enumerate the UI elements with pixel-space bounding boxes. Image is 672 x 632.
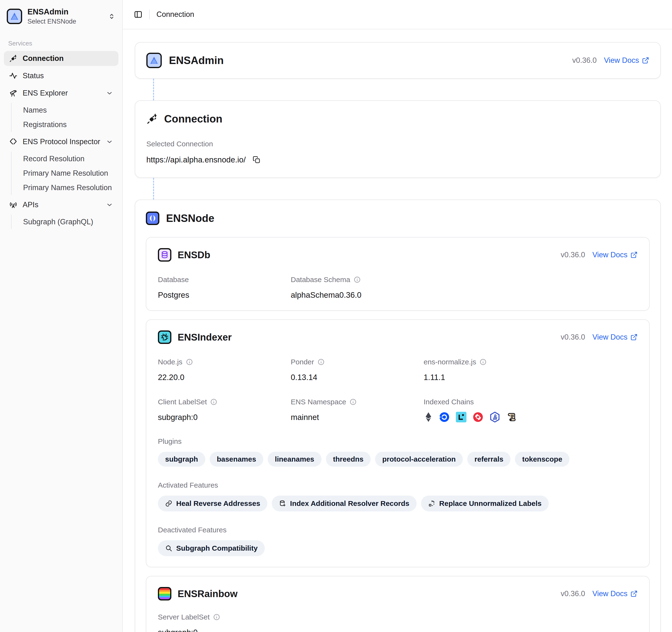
external-link-icon [642, 57, 649, 64]
content: ENSAdmin v0.36.0 View Docs [123, 29, 672, 632]
selected-connection-label: Selected Connection [146, 140, 649, 148]
sidebar-section-label: Services [8, 40, 118, 47]
plugin-badge: referrals [467, 452, 510, 467]
field-value: Postgres [158, 291, 291, 300]
ensnode-logo-icon [146, 212, 159, 225]
view-docs-label: View Docs [592, 333, 627, 341]
sidebar-item-label: Subgraph (GraphQL) [23, 218, 93, 226]
ensnode-card-title: ENSNode [166, 212, 214, 224]
ensnode-selector[interactable]: ENSAdmin Select ENSNode [4, 5, 118, 27]
field-database-schema: Database Schema alphaSchema0.36.0 [291, 275, 424, 300]
sidebar-item-label: ENS Protocol Inspector [23, 138, 101, 146]
antenna-icon [9, 201, 17, 209]
info-icon[interactable] [350, 398, 357, 406]
chevron-down-icon [106, 90, 113, 97]
sidebar-item-primary-names-resolution[interactable]: Primary Names Resolution [20, 180, 118, 195]
field-nodejs: Node.js 22.20.0 [158, 358, 291, 382]
dashed-connector [153, 79, 154, 100]
ensadmin-view-docs-link[interactable]: View Docs [604, 56, 649, 65]
breadcrumb: Connection [157, 10, 194, 19]
ensadmin-card: ENSAdmin v0.36.0 View Docs [135, 42, 661, 79]
connection-card-title: Connection [164, 113, 222, 125]
copy-icon[interactable] [253, 156, 261, 164]
ensadmin-logo-icon [146, 53, 162, 68]
sidebar-item-registrations[interactable]: Registrations [20, 118, 118, 132]
external-link-icon [630, 590, 638, 597]
optimism-icon [472, 411, 484, 423]
field-label: Server LabelSet [158, 613, 210, 621]
field-value: alphaSchema0.36.0 [291, 291, 424, 300]
field-value: subgraph:0 [158, 628, 291, 632]
database-plus-icon [279, 500, 286, 507]
sidebar-item-ens-protocol-inspector[interactable]: ENS Protocol Inspector [4, 134, 118, 149]
external-link-icon [630, 251, 638, 259]
feature-label: Index Additional Resolver Records [290, 500, 409, 508]
sidebar-item-ens-explorer[interactable]: ENS Explorer [4, 86, 118, 101]
sidebar-item-label: Status [23, 71, 44, 80]
field-value: 1.11.1 [424, 373, 556, 382]
linea-icon [455, 411, 467, 423]
ensrainbow-version: v0.36.0 [560, 589, 585, 598]
ensnode-card: ENSNode [135, 199, 661, 632]
sidebar-item-label: Connection [23, 54, 64, 63]
sidebar-item-label: APIs [23, 200, 101, 209]
chevrons-up-down-icon [108, 13, 116, 20]
feature-label: Replace Unnormalized Labels [439, 500, 542, 508]
chevron-down-icon [106, 138, 113, 145]
deactivated-features-section: Deactivated Features [158, 526, 638, 556]
info-icon[interactable] [317, 358, 325, 366]
field-server-labelset: Server LabelSet subgraph:0 [158, 613, 291, 632]
indexed-chains-row [424, 411, 556, 423]
sidebar-item-label: Registrations [23, 120, 67, 129]
plugin-badge: threedns [326, 452, 371, 467]
field-label: Database [158, 275, 291, 284]
plugins-section: Plugins subgraph basenames lineanames th… [158, 437, 638, 467]
info-icon[interactable] [354, 276, 361, 283]
view-docs-label: View Docs [604, 56, 639, 65]
sidebar-item-status[interactable]: Status [4, 68, 118, 83]
sidebar-item-apis[interactable]: APIs [4, 197, 118, 212]
sidebar-subgroup-protocol-inspector: Record Resolution Primary Name Resolutio… [11, 152, 118, 195]
ensrainbow-view-docs-link[interactable]: View Docs [592, 589, 638, 598]
replace-icon [428, 500, 435, 507]
topbar-divider [149, 9, 150, 19]
unplug-icon [146, 113, 158, 125]
info-icon[interactable] [210, 398, 217, 406]
ensdb-version: v0.36.0 [560, 250, 585, 259]
sidebar-item-record-resolution[interactable]: Record Resolution [20, 152, 118, 166]
diamond-brackets-icon [9, 138, 17, 146]
ensdb-card: ENSDb v0.36.0 View Docs [146, 237, 650, 311]
deactivated-features-label: Deactivated Features [158, 526, 638, 534]
sidebar-item-subgraph-graphql[interactable]: Subgraph (GraphQL) [20, 215, 118, 229]
search-code-icon [165, 545, 172, 552]
ensrainbow-title: ENSRainbow [177, 588, 238, 599]
ensdb-logo-icon [158, 248, 171, 262]
info-icon[interactable] [186, 358, 193, 366]
ensindexer-card: ENSIndexer v0.36.0 View Docs [146, 319, 650, 567]
sidebar-item-names[interactable]: Names [20, 103, 118, 118]
dashed-connector [153, 178, 154, 199]
sidebar-item-primary-name-resolution[interactable]: Primary Name Resolution [20, 166, 118, 180]
sidebar-toggle-button[interactable] [134, 10, 143, 19]
app-subtitle: Select ENSNode [27, 18, 108, 25]
ensdb-view-docs-link[interactable]: View Docs [592, 250, 638, 259]
telescope-icon [9, 89, 17, 97]
field-label: Database Schema [291, 275, 350, 284]
sidebar-item-connection[interactable]: Connection [4, 51, 118, 66]
topbar: Connection [123, 0, 672, 29]
field-value: 0.13.14 [291, 373, 424, 382]
ensindexer-view-docs-link[interactable]: View Docs [592, 333, 638, 341]
sidebar-item-label: Names [23, 106, 47, 115]
unplug-icon [9, 54, 17, 63]
plugins-label: Plugins [158, 437, 638, 445]
feature-badge: Replace Unnormalized Labels [421, 495, 549, 511]
feature-badge: Heal Reverse Addresses [158, 495, 267, 511]
activated-features-label: Activated Features [158, 481, 638, 489]
info-icon[interactable] [213, 613, 220, 621]
base-icon [438, 411, 450, 423]
ensadmin-card-title: ENSAdmin [169, 54, 223, 67]
field-indexed-chains: Indexed Chains [424, 398, 556, 423]
field-ens-namespace: ENS Namespace mainnet [291, 398, 424, 423]
info-icon[interactable] [479, 358, 487, 366]
ensindexer-title: ENSIndexer [177, 332, 232, 343]
